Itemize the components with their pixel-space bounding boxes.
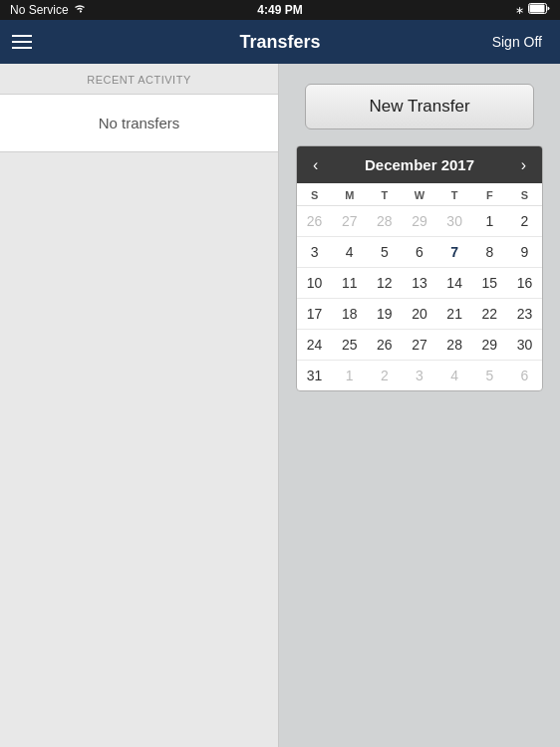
- calendar-day-cell[interactable]: 4: [437, 361, 472, 391]
- calendar-day-cell[interactable]: 2: [507, 206, 542, 237]
- menu-button[interactable]: [12, 35, 32, 49]
- calendar-day-header: T: [437, 183, 472, 206]
- calendar-day-cell[interactable]: 13: [402, 268, 436, 299]
- calendar-week-row: 262728293012: [297, 206, 542, 237]
- calendar-day-cell[interactable]: 31: [297, 361, 332, 391]
- calendar-day-cell[interactable]: 26: [297, 206, 332, 237]
- calendar-day-cell[interactable]: 10: [297, 268, 332, 299]
- calendar-day-cell[interactable]: 12: [367, 268, 402, 299]
- calendar-day-cell[interactable]: 11: [332, 268, 367, 299]
- recent-activity-header: RECENT ACTIVITY: [0, 64, 278, 94]
- calendar-day-cell[interactable]: 27: [332, 206, 367, 237]
- calendar-day-cell[interactable]: 6: [402, 237, 436, 268]
- no-transfers-text: No transfers: [0, 94, 278, 152]
- calendar-day-header: S: [297, 183, 332, 206]
- calendar-day-cell[interactable]: 5: [472, 361, 507, 391]
- status-bar: No Service 4:49 PM ∗: [0, 0, 560, 20]
- calendar-day-cell[interactable]: 16: [507, 268, 542, 299]
- calendar-day-cell[interactable]: 7: [437, 237, 472, 268]
- calendar-day-header: S: [507, 183, 542, 206]
- calendar-week-row: 24252627282930: [297, 330, 542, 361]
- calendar-day-cell[interactable]: 25: [332, 330, 367, 361]
- calendar-header: ‹ December 2017 ›: [297, 146, 542, 183]
- left-panel: RECENT ACTIVITY No transfers: [0, 64, 279, 747]
- calendar-day-cell[interactable]: 4: [332, 237, 367, 268]
- calendar-day-cell[interactable]: 21: [437, 299, 472, 330]
- calendar-day-cell[interactable]: 2: [367, 361, 402, 391]
- calendar: ‹ December 2017 › SMTWTFS 26272829301234…: [296, 145, 543, 391]
- calendar-prev-button[interactable]: ‹: [309, 157, 322, 173]
- calendar-day-cell[interactable]: 17: [297, 299, 332, 330]
- calendar-day-cell[interactable]: 20: [402, 299, 436, 330]
- calendar-day-cell[interactable]: 14: [437, 268, 472, 299]
- nav-bar: Transfers Sign Off: [0, 20, 560, 64]
- page-title: Transfers: [239, 32, 320, 53]
- hamburger-line-1: [12, 35, 32, 37]
- calendar-next-button[interactable]: ›: [517, 157, 530, 173]
- status-time: 4:49 PM: [257, 3, 302, 17]
- bluetooth-icon: ∗: [515, 4, 524, 17]
- calendar-day-cell[interactable]: 8: [472, 237, 507, 268]
- right-panel: New Transfer ‹ December 2017 › SMTWTFS 2…: [279, 64, 560, 747]
- sign-off-button[interactable]: Sign Off: [486, 30, 548, 54]
- calendar-day-cell[interactable]: 9: [507, 237, 542, 268]
- calendar-day-cell[interactable]: 3: [402, 361, 436, 391]
- calendar-day-cell[interactable]: 22: [472, 299, 507, 330]
- calendar-day-cell[interactable]: 1: [472, 206, 507, 237]
- calendar-week-row: 31123456: [297, 361, 542, 391]
- battery-icon: [528, 3, 550, 17]
- no-service-text: No Service: [10, 3, 69, 17]
- calendar-day-cell[interactable]: 1: [332, 361, 367, 391]
- calendar-day-cell[interactable]: 30: [437, 206, 472, 237]
- calendar-day-cell[interactable]: 3: [297, 237, 332, 268]
- status-right: ∗: [515, 3, 550, 17]
- calendar-month-title: December 2017: [365, 156, 474, 173]
- calendar-day-cell[interactable]: 30: [507, 330, 542, 361]
- hamburger-line-3: [12, 47, 32, 49]
- calendar-day-cell[interactable]: 27: [402, 330, 436, 361]
- svg-rect-1: [530, 5, 545, 13]
- calendar-day-cell[interactable]: 28: [437, 330, 472, 361]
- calendar-day-header: T: [367, 183, 402, 206]
- calendar-week-row: 17181920212223: [297, 299, 542, 330]
- calendar-day-cell[interactable]: 15: [472, 268, 507, 299]
- calendar-day-cell[interactable]: 18: [332, 299, 367, 330]
- calendar-week-row: 3456789: [297, 237, 542, 268]
- hamburger-line-2: [12, 41, 32, 43]
- new-transfer-button[interactable]: New Transfer: [305, 84, 534, 129]
- calendar-day-cell[interactable]: 28: [367, 206, 402, 237]
- calendar-day-cell[interactable]: 29: [472, 330, 507, 361]
- calendar-day-cell[interactable]: 24: [297, 330, 332, 361]
- calendar-week-row: 10111213141516: [297, 268, 542, 299]
- main-layout: RECENT ACTIVITY No transfers New Transfe…: [0, 64, 560, 747]
- calendar-day-cell[interactable]: 26: [367, 330, 402, 361]
- calendar-day-cell[interactable]: 29: [402, 206, 436, 237]
- calendar-day-cell[interactable]: 19: [367, 299, 402, 330]
- status-left: No Service: [10, 3, 87, 17]
- calendar-day-cell[interactable]: 5: [367, 237, 402, 268]
- calendar-day-header: F: [472, 183, 507, 206]
- calendar-day-header: W: [402, 183, 436, 206]
- wifi-icon: [73, 3, 87, 17]
- calendar-day-cell[interactable]: 23: [507, 299, 542, 330]
- calendar-day-cell[interactable]: 6: [507, 361, 542, 391]
- calendar-day-header: M: [332, 183, 367, 206]
- calendar-grid: SMTWTFS 26272829301234567891011121314151…: [297, 183, 542, 390]
